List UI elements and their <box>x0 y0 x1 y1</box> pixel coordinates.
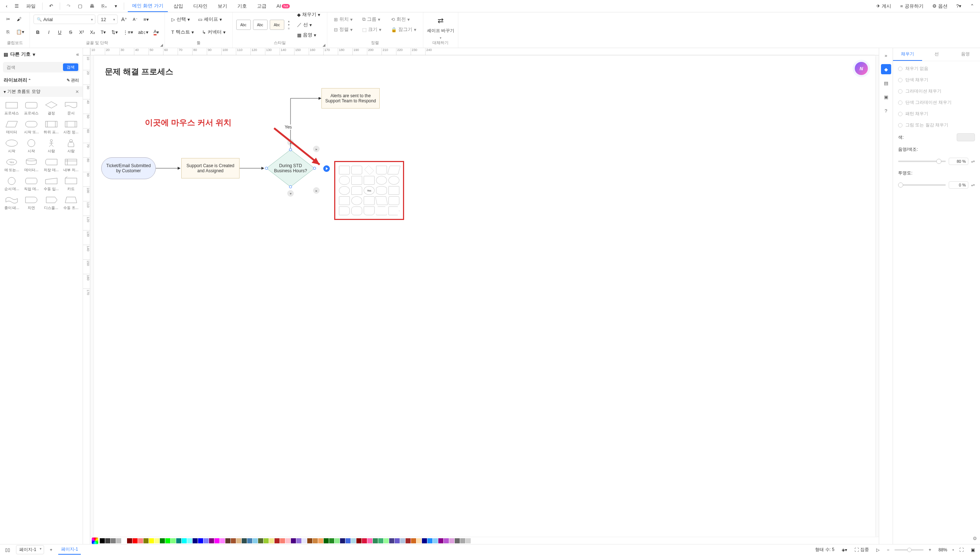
zoom-slider[interactable] <box>894 549 924 551</box>
palette-swatch[interactable] <box>220 538 225 543</box>
tab-fill[interactable]: 채우기 <box>893 48 922 61</box>
popup-shape[interactable] <box>351 186 362 195</box>
popup-shape[interactable] <box>388 166 400 175</box>
rotate-button[interactable]: ⟲ 회전▾ <box>388 14 420 24</box>
category-close-icon[interactable]: ✕ <box>75 89 79 94</box>
shape-library-item[interactable]: 종이 테... <box>2 194 21 212</box>
palette-swatch[interactable] <box>182 538 187 543</box>
fill-solid-radio[interactable]: 단색 채우기 <box>898 77 975 83</box>
palette-swatch[interactable] <box>302 538 307 543</box>
palette-swatch[interactable] <box>203 538 208 543</box>
shape-library-item[interactable]: 시작 또... <box>22 118 41 136</box>
shape-library-item[interactable]: 사람 <box>61 137 80 155</box>
quick-shape-popup[interactable]: Yes <box>334 161 404 220</box>
italic-button[interactable]: I <box>45 28 53 37</box>
paste-button[interactable]: 📋▾ <box>14 27 26 36</box>
shape-library-item[interactable]: 사람 <box>42 137 61 155</box>
palette-swatch[interactable] <box>384 538 389 543</box>
shape-library-item[interactable]: 지연 <box>22 194 41 212</box>
popup-shape[interactable] <box>375 196 388 205</box>
popup-shape[interactable] <box>351 207 362 215</box>
underline-button[interactable]: U <box>55 28 64 37</box>
group-button[interactable]: ⧉ 그룹▾ <box>359 14 384 24</box>
palette-swatch[interactable] <box>187 538 192 543</box>
replace-shape-button[interactable]: 셰이프 바꾸기 <box>427 28 454 34</box>
fit-page-icon[interactable]: ⛶ <box>957 547 966 553</box>
palette-swatch[interactable] <box>405 538 411 543</box>
symbol-selector-header[interactable]: ▤ 다른 기호 ▾ « <box>0 48 83 61</box>
palette-swatch[interactable] <box>416 538 421 543</box>
export-button[interactable]: ⎘▾ <box>99 2 110 10</box>
shape-library-item[interactable]: Yes에 또는... <box>2 156 21 174</box>
line-spacing-button[interactable]: ⇅▾ <box>110 28 119 37</box>
palette-swatch[interactable] <box>449 538 454 543</box>
popup-shape[interactable] <box>363 176 375 184</box>
tab-symbol[interactable]: 기호 <box>233 1 251 12</box>
palette-swatch[interactable] <box>335 538 339 543</box>
palette-swatch[interactable] <box>253 538 258 543</box>
popup-shape[interactable] <box>376 186 387 195</box>
tab-advanced[interactable]: 고급 <box>253 1 271 12</box>
palette-swatch[interactable] <box>373 538 378 543</box>
connector-tool[interactable]: ↳ 커넥터▾ <box>199 27 229 37</box>
palette-swatch[interactable] <box>269 538 274 543</box>
popup-shape[interactable] <box>388 186 399 195</box>
opacity-value[interactable]: 0 % <box>949 181 968 189</box>
focus-mode-button[interactable]: ⛶ 집중 <box>852 546 871 553</box>
file-menu[interactable]: 파일 <box>23 2 38 11</box>
sel-handle-w[interactable] <box>265 167 268 170</box>
popup-shape[interactable] <box>388 207 399 215</box>
palette-swatch[interactable] <box>122 538 127 543</box>
save-button[interactable]: ▢ <box>75 2 85 10</box>
palette-swatch[interactable] <box>209 538 214 543</box>
style-preset-3[interactable]: Abc <box>270 20 284 30</box>
format-painter-button[interactable]: 🖌 <box>14 14 23 23</box>
popup-shape[interactable] <box>363 196 375 205</box>
redo-button[interactable]: ↷ <box>64 2 74 10</box>
menu-icon[interactable]: ☰ <box>12 2 22 10</box>
palette-swatch[interactable] <box>395 538 400 543</box>
undo-button[interactable]: ↶ <box>46 2 56 10</box>
shape-library-item[interactable]: 시작 <box>22 137 41 155</box>
options-button[interactable]: ⚙ 옵션 <box>929 2 951 11</box>
popup-shape[interactable] <box>339 207 350 215</box>
bold-button[interactable]: B <box>34 28 42 37</box>
nav-right-far2[interactable]: ▸ <box>313 187 320 194</box>
connector-1[interactable] <box>156 167 181 170</box>
style-preset-1[interactable]: Abc <box>236 20 251 30</box>
line-button[interactable]: ／ 선▾ <box>294 20 323 29</box>
palette-swatch[interactable] <box>428 538 432 543</box>
palette-swatch[interactable] <box>274 538 280 543</box>
shape-library-item[interactable]: 시작 <box>2 137 21 155</box>
palette-swatch[interactable] <box>264 538 269 543</box>
palette-swatch[interactable] <box>346 538 351 543</box>
shape-library-item[interactable]: 프로세스 <box>2 99 21 117</box>
palette-swatch[interactable] <box>149 538 154 543</box>
shape-search-button[interactable]: 검색 <box>63 63 78 71</box>
popup-shape[interactable] <box>388 196 399 205</box>
superscript-button[interactable]: X² <box>77 28 86 37</box>
font-size-select[interactable]: 12 <box>98 14 118 24</box>
node-process[interactable]: Support Case is Created and Assigned <box>181 158 240 178</box>
page-tab-1[interactable]: 페이지-1 <box>58 545 81 555</box>
category-header[interactable]: ▾ 기본 흐름도 모양 ✕ <box>0 86 83 97</box>
palette-swatch[interactable] <box>192 538 198 543</box>
palette-swatch[interactable] <box>154 538 159 543</box>
tab-ai[interactable]: AI hot <box>272 1 295 11</box>
palette-swatch[interactable] <box>165 538 170 543</box>
canvas-page[interactable]: 문제 해결 프로세스 N Ticket/Email Submitted by C… <box>94 55 875 537</box>
connector-2[interactable] <box>240 167 265 170</box>
shape-library-item[interactable]: 직접 데... <box>22 175 41 193</box>
shape-library-item[interactable]: 결정 <box>42 99 61 117</box>
fill-picture-radio[interactable]: 그림 또는 질감 채우기 <box>898 122 975 128</box>
tint-stepper[interactable]: ▴▾ <box>971 159 975 163</box>
fill-pattern-radio[interactable]: 패턴 채우기 <box>898 111 975 117</box>
shape-library-item[interactable]: 순서 데... <box>2 175 21 193</box>
palette-swatch[interactable] <box>198 538 203 543</box>
cut-button[interactable]: ✂ <box>4 14 12 23</box>
palette-swatch[interactable] <box>378 538 383 543</box>
help-button[interactable]: ?▾ <box>953 2 964 10</box>
strikethrough-button[interactable]: S <box>66 28 75 37</box>
palette-swatch[interactable] <box>143 538 149 543</box>
align-button-2[interactable]: ⊟ 정렬▾ <box>331 25 355 34</box>
